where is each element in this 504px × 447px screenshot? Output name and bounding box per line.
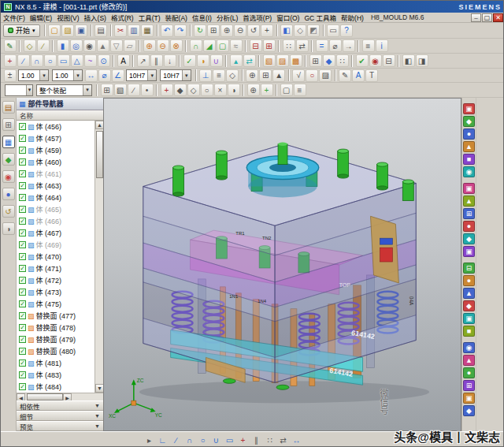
scrollbar-thumb[interactable] (96, 131, 103, 178)
tool-icon-19[interactable]: ◉ (463, 342, 475, 353)
fit-combo-1[interactable]: 10H7 ▾ (126, 69, 157, 81)
close-button[interactable]: ✕ (493, 13, 503, 22)
menu-item[interactable]: 工具(T) (136, 13, 163, 22)
sketch-fillet-icon[interactable]: ∪ (210, 434, 223, 446)
arc-icon[interactable]: ∩ (31, 54, 43, 67)
visibility-checkbox[interactable]: ✓ (19, 336, 26, 343)
visibility-checkbox[interactable]: ✓ (19, 265, 26, 272)
restore-button[interactable]: ▢ (482, 13, 492, 22)
zoom-out-icon[interactable]: ⊖ (234, 24, 246, 37)
deviation-check-icon[interactable]: ✓ (183, 54, 196, 67)
radial-dimension-icon[interactable]: ⌀ (98, 69, 111, 82)
pad-icon[interactable]: ▱ (124, 39, 136, 52)
layer-settings-icon[interactable]: ≡ (362, 39, 375, 52)
pattern-feature-icon[interactable]: ∷ (283, 39, 295, 52)
hd3d-tools-icon[interactable]: ◉ (2, 170, 15, 183)
check-mate-icon[interactable]: ✔ (356, 54, 369, 67)
visibility-checkbox[interactable]: ✓ (19, 158, 26, 166)
sketch-circle-icon[interactable]: ○ (197, 434, 209, 446)
tool-icon-24[interactable]: ◆ (463, 405, 475, 416)
menu-item[interactable]: 插入(S) (82, 13, 109, 22)
polygon-icon[interactable]: △ (71, 54, 83, 67)
menu-item[interactable]: 分析(L) (214, 13, 240, 22)
visibility-checkbox[interactable]: ✓ (19, 348, 26, 355)
sketch-icon[interactable]: ✎ (4, 39, 17, 52)
visibility-checkbox[interactable]: ✓ (19, 147, 26, 154)
select-edge-icon[interactable]: ∕ (128, 84, 140, 96)
visibility-checkbox[interactable]: ✓ (19, 123, 26, 130)
edit-face-icon[interactable]: ▧ (263, 54, 276, 67)
magnify-icon[interactable]: ⊕ (247, 84, 260, 96)
tool-icon-22[interactable]: ⊞ (463, 380, 475, 391)
pan-view-icon[interactable]: + (261, 24, 273, 37)
point-icon[interactable]: + (4, 54, 17, 67)
examine-geometry-icon[interactable]: ◉ (369, 54, 382, 67)
save-icon[interactable]: ▣ (75, 24, 87, 37)
tree-item[interactable]: ✓▧体 (484) (17, 381, 94, 393)
display-mode-icon[interactable]: ◧ (402, 54, 415, 67)
redo-icon[interactable]: ↷ (174, 24, 187, 37)
tool-icon-18[interactable]: ■ (463, 326, 475, 337)
user-defined-feature-icon[interactable]: ◆ (323, 54, 335, 67)
tool-icon-12[interactable]: ▣ (463, 246, 475, 257)
tool-icon-03[interactable]: ● (463, 129, 475, 140)
weld-symbol-icon[interactable]: ▲ (272, 69, 285, 82)
intersect-icon[interactable]: ⊗ (170, 39, 183, 52)
print-icon[interactable]: ▤ (94, 24, 107, 37)
tree-item[interactable]: ✓▧体 (471) (17, 263, 94, 274)
tree-item[interactable]: ✓▧体 (460) (17, 156, 94, 168)
spline-icon[interactable]: ~ (84, 54, 97, 67)
snap-endpoint-icon[interactable]: ◆ (174, 84, 187, 96)
synchronous-icon[interactable]: ⇄ (243, 54, 256, 67)
thread-icon[interactable]: ≈ (230, 39, 243, 52)
text-icon[interactable]: A (117, 54, 130, 67)
visibility-checkbox[interactable]: ✓ (19, 241, 26, 248)
part-navigator-icon[interactable]: ▦ (2, 136, 15, 148)
menu-item[interactable]: 帮助(H) (339, 13, 366, 22)
selection-scope-combo[interactable]: 整个装配 ▾ (36, 84, 92, 96)
tree-item[interactable]: ✓▧体 (465) (17, 203, 94, 215)
tool-icon-05[interactable]: ■ (463, 154, 475, 165)
tree-item[interactable]: ✓▨替换面 (479) (17, 333, 94, 345)
status-select-icon[interactable]: ▸ (143, 434, 156, 446)
sketch-mirror-icon[interactable]: ⇄ (277, 434, 290, 446)
visibility-checkbox[interactable]: ✓ (19, 312, 26, 319)
pattern-geometry-icon[interactable]: ∷ (336, 54, 349, 67)
orient-view-icon[interactable]: ◩ (307, 24, 320, 37)
scrollbar-thumb[interactable] (27, 393, 63, 400)
rotate-view-icon[interactable]: ↺ (247, 24, 260, 37)
scale-icon[interactable]: ↗ (137, 54, 150, 67)
select-face-icon[interactable]: ▧ (114, 84, 127, 96)
tool-icon-21[interactable]: ● (463, 367, 475, 378)
cut-icon[interactable]: ✂ (114, 24, 127, 37)
replace-face-icon[interactable]: ▩ (290, 54, 302, 67)
tree-item[interactable]: ✓▧体 (466) (17, 215, 94, 227)
unite-icon[interactable]: ⊕ (143, 39, 156, 52)
project-curve-icon[interactable]: ↓ (164, 54, 176, 67)
linear-dimension-icon[interactable]: ↔ (85, 69, 98, 82)
scroll-down-icon[interactable]: ▼ (95, 384, 103, 393)
datum-axis-icon[interactable]: ∕ (37, 39, 50, 52)
details-panel-bar[interactable]: 细节▼ (17, 411, 103, 421)
fit-view-icon[interactable]: ⊞ (207, 24, 220, 37)
tolerance-combo-2[interactable]: 1.00 ▾ (52, 69, 83, 81)
extrude-icon[interactable]: ▮ (57, 39, 69, 52)
graphics-window[interactable]: 614142 614142 TOP 04A TR1 TN2 1N1 1N4 ZC (103, 98, 461, 431)
wave-link-icon[interactable]: ▴ (230, 54, 243, 67)
title-bar[interactable]: N NX 8.5 - 建模 - [001-11.prt (修改的)] SIEME… (1, 1, 504, 13)
chamfer-icon[interactable]: ◢ (203, 39, 216, 52)
refresh-view-icon[interactable]: ↻ (194, 24, 206, 37)
visibility-checkbox[interactable]: ✓ (19, 324, 26, 331)
tool-icon-09[interactable]: ⊞ (463, 208, 475, 219)
visibility-checkbox[interactable]: ✓ (19, 289, 26, 296)
edge-blend-icon[interactable]: ∩ (190, 39, 202, 52)
tree-item[interactable]: ✓▧体 (469) (17, 239, 94, 251)
visibility-checkbox[interactable]: ✓ (19, 371, 26, 378)
constraint-navigator-icon[interactable]: ⊞ (2, 118, 15, 131)
menu-item[interactable]: 文件(F) (1, 13, 28, 22)
move-object-icon[interactable]: → (343, 39, 355, 52)
delete-face-icon[interactable]: ▨ (276, 54, 289, 67)
paste-icon[interactable]: ▦ (141, 24, 154, 37)
note-icon[interactable]: ≡ (213, 69, 225, 82)
sketch-profile-icon[interactable]: ∟ (157, 434, 169, 446)
